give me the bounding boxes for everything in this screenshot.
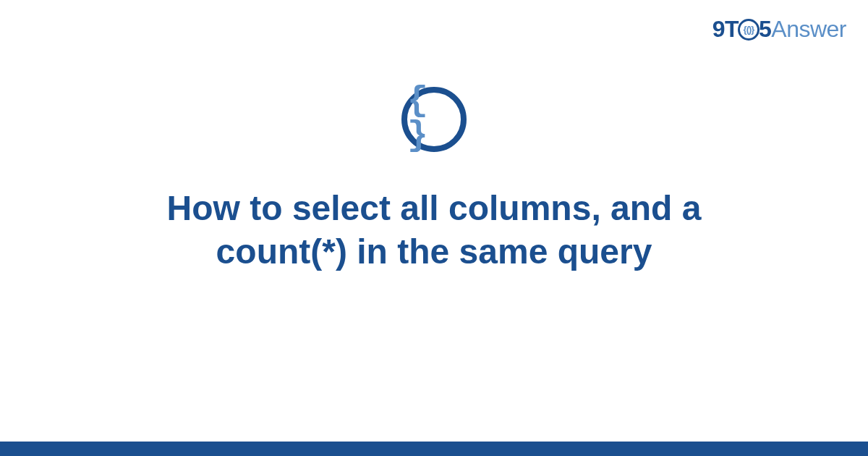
question-title: How to select all columns, and a count(*… bbox=[87, 187, 781, 274]
logo-five: 5 bbox=[759, 16, 771, 42]
topic-icon-circle: { } bbox=[401, 87, 467, 152]
site-logo: 9T{()}5Answer bbox=[712, 16, 846, 43]
code-braces-icon: { } bbox=[407, 83, 461, 153]
logo-o-circle: {()} bbox=[738, 19, 760, 41]
logo-o-inner: {()} bbox=[744, 24, 754, 35]
logo-nine: 9 bbox=[712, 16, 725, 42]
logo-answer: Answer bbox=[771, 16, 846, 42]
main-content: { } How to select all columns, and a cou… bbox=[0, 87, 868, 274]
logo-t: T bbox=[725, 16, 739, 42]
footer-bar bbox=[0, 442, 868, 456]
